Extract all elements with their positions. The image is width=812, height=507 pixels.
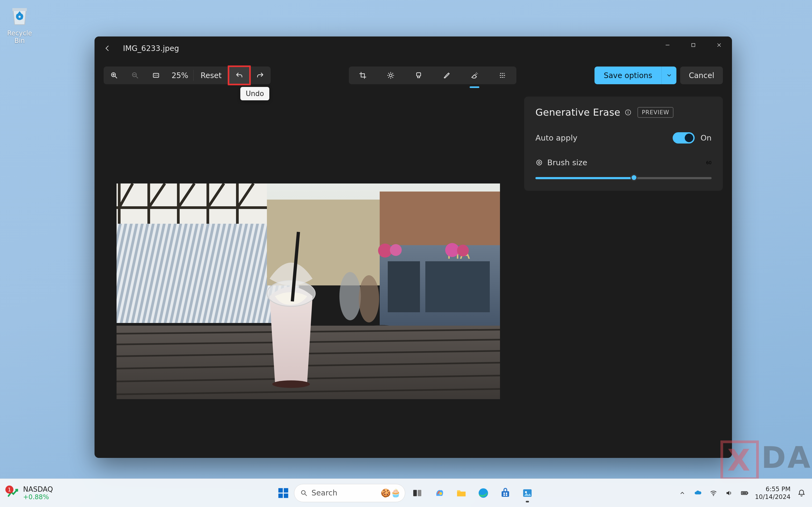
photos-app-icon[interactable]	[517, 483, 538, 504]
svg-rect-43	[503, 493, 505, 494]
copilot-icon[interactable]	[429, 483, 450, 504]
photos-editor-window: IMG_6233.jpeg 25%	[95, 37, 732, 458]
zoom-value[interactable]: 25%	[166, 66, 193, 84]
svg-point-39	[439, 492, 442, 495]
clock-time: 6:55 PM	[755, 485, 791, 493]
svg-point-31	[539, 162, 540, 164]
svg-point-22	[340, 272, 361, 320]
onedrive-icon[interactable]	[693, 488, 703, 498]
edited-photo: MA	[116, 183, 500, 399]
erase-tool[interactable]	[460, 66, 489, 84]
redo-button[interactable]	[250, 66, 271, 84]
maximize-button[interactable]	[680, 37, 706, 54]
preview-badge: PREVIEW	[638, 107, 673, 118]
svg-rect-15	[388, 261, 420, 312]
fit-to-window-button[interactable]	[146, 66, 166, 84]
svg-point-23	[359, 275, 379, 323]
file-explorer-icon[interactable]	[451, 483, 472, 504]
titlebar: IMG_6233.jpeg	[95, 37, 732, 60]
stock-badge: 1	[5, 486, 13, 494]
svg-rect-16	[425, 261, 490, 312]
store-icon[interactable]	[495, 483, 516, 504]
active-indicator	[470, 87, 479, 88]
taskbar: 1 NASDAQ +0.88% Search 🍪🧁	[0, 478, 812, 507]
search-emoji: 🍪🧁	[381, 488, 401, 498]
editor-toolbar: 25% Reset	[95, 60, 732, 91]
taskbar-search[interactable]: Search 🍪🧁	[294, 484, 405, 502]
volume-icon[interactable]	[724, 488, 734, 498]
undo-button[interactable]	[229, 66, 250, 84]
svg-rect-51	[742, 492, 747, 494]
image-canvas[interactable]: MA	[104, 91, 515, 449]
recycle-bin-icon	[8, 4, 31, 27]
start-button[interactable]	[274, 484, 292, 502]
search-placeholder: Search	[311, 489, 377, 497]
svg-rect-40	[457, 492, 466, 496]
zoom-tool-group: 25% Reset	[104, 66, 271, 84]
svg-rect-33	[284, 488, 288, 493]
svg-point-48	[525, 491, 527, 493]
taskbar-clock[interactable]: 6:55 PM 10/14/2024	[755, 485, 791, 501]
svg-rect-46	[506, 494, 507, 496]
svg-rect-4	[153, 73, 159, 77]
zoom-out-button[interactable]	[124, 66, 146, 84]
svg-rect-52	[748, 492, 748, 494]
svg-point-49	[713, 495, 714, 496]
svg-point-36	[302, 490, 305, 494]
svg-rect-34	[278, 493, 283, 498]
save-options-button[interactable]: Save options	[595, 66, 676, 84]
panel-title: Generative Erase	[536, 107, 620, 118]
edit-tools-group	[349, 66, 516, 84]
adjustments-tool[interactable]	[377, 66, 405, 84]
svg-rect-13	[380, 191, 500, 253]
svg-rect-35	[284, 493, 288, 498]
desktop-icon-recycle-bin[interactable]: Recycle Bin	[4, 4, 36, 45]
auto-apply-state: On	[701, 133, 712, 143]
brush-size-label: Brush size	[547, 158, 587, 167]
svg-point-5	[389, 74, 392, 77]
svg-point-28	[272, 380, 310, 388]
background-blur-tool[interactable]	[489, 66, 516, 84]
system-tray: 6:55 PM 10/14/2024	[677, 485, 812, 501]
svg-point-19	[390, 244, 402, 256]
svg-rect-1	[692, 44, 695, 47]
tray-chevron-icon[interactable]	[677, 488, 688, 498]
close-button[interactable]	[706, 37, 732, 54]
minimize-button[interactable]	[655, 37, 680, 54]
save-options-label: Save options	[595, 71, 661, 80]
window-title: IMG_6233.jpeg	[123, 44, 179, 53]
notifications-icon[interactable]	[795, 487, 808, 499]
info-icon[interactable]	[624, 109, 631, 116]
stock-icon: 1	[7, 487, 19, 499]
svg-rect-32	[278, 488, 283, 493]
svg-rect-6	[417, 73, 421, 76]
back-button[interactable]	[100, 41, 115, 56]
svg-point-21	[457, 245, 469, 257]
side-panel: Generative Erase PREVIEW Auto apply On	[524, 91, 723, 449]
stock-symbol: NASDAQ	[23, 485, 53, 493]
crop-tool[interactable]	[349, 66, 377, 84]
search-icon	[300, 489, 308, 497]
svg-rect-45	[503, 494, 505, 496]
brush-size-value: 60	[706, 160, 712, 165]
zoom-in-button[interactable]	[104, 66, 124, 84]
svg-rect-44	[506, 493, 507, 494]
battery-icon[interactable]	[739, 488, 750, 498]
cancel-button[interactable]: Cancel	[680, 66, 723, 84]
svg-rect-38	[418, 490, 421, 496]
generative-erase-panel: Generative Erase PREVIEW Auto apply On	[524, 97, 723, 191]
edge-icon[interactable]	[473, 483, 494, 504]
xda-watermark: XDA	[720, 441, 812, 480]
recycle-bin-label: Recycle Bin	[4, 30, 36, 45]
stock-widget[interactable]: 1 NASDAQ +0.88%	[0, 485, 53, 501]
auto-apply-label: Auto apply	[536, 133, 577, 143]
reset-button[interactable]: Reset	[194, 66, 229, 84]
auto-apply-toggle[interactable]	[673, 132, 695, 144]
task-view-icon[interactable]	[407, 483, 428, 504]
brush-size-slider[interactable]	[536, 176, 712, 179]
filter-tool[interactable]	[405, 66, 433, 84]
target-icon	[536, 159, 543, 166]
chevron-down-icon	[661, 66, 676, 84]
markup-tool[interactable]	[433, 66, 460, 84]
wifi-icon[interactable]	[708, 488, 719, 498]
